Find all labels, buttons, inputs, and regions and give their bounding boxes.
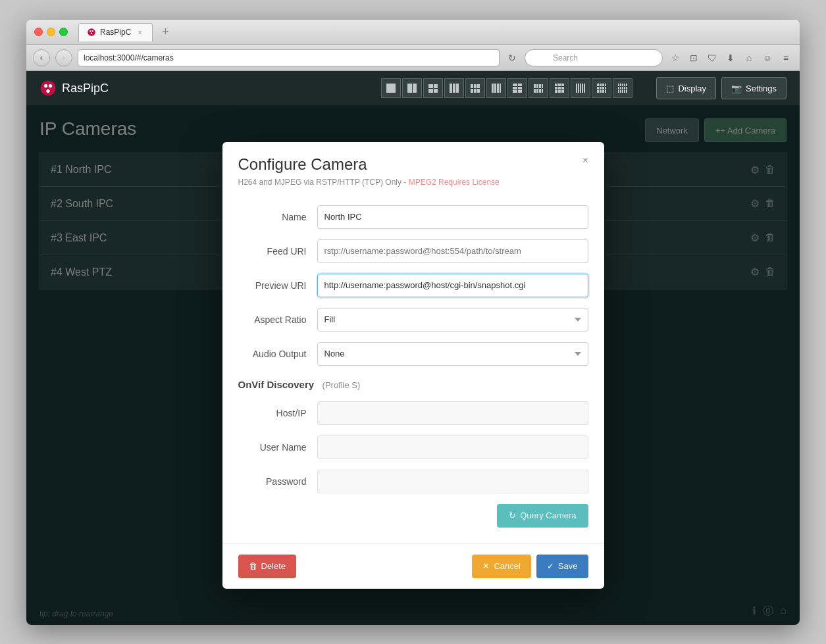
grid-3x2-icon[interactable] [465,78,485,98]
host-ip-field-group: Host/IP [238,401,588,425]
feed-uri-label: Feed URI [238,246,317,257]
tab-favicon [87,28,96,37]
settings-label: Settings [746,84,777,93]
close-window-button[interactable] [34,28,43,36]
cancel-icon: ✕ [482,561,490,571]
grid-1x2-icon[interactable] [402,78,422,98]
audio-output-field-group: Audio Output None Default HDMI Analog [238,342,588,366]
settings-button[interactable]: 📷 Settings [721,77,787,99]
user-name-input[interactable] [317,435,588,459]
host-ip-input[interactable] [317,401,588,425]
footer-right-buttons: ✕ Cancel ✓ Save [472,555,588,578]
maximize-window-button[interactable] [59,28,68,36]
feed-uri-input[interactable] [317,239,588,263]
user-name-label: User Name [238,442,317,453]
preview-uri-input[interactable] [317,274,588,297]
audio-output-select[interactable]: None Default HDMI Analog [317,342,588,366]
reload-button[interactable]: ↻ [505,51,519,65]
preview-uri-field-group: Preview URI [238,274,588,297]
shield-icon[interactable]: 🛡 [705,51,719,65]
audio-output-label: Audio Output [238,349,317,359]
url-text: localhost:3000/#/cameras [84,53,174,62]
refresh-icon: ↻ [509,510,516,520]
minimize-window-button[interactable] [47,28,55,36]
browser-tab[interactable]: RasPipC × [78,23,153,41]
onvif-subtitle: (Profile S) [323,380,361,390]
preview-uri-label: Preview URI [238,280,317,291]
modal-title: Configure Camera [238,155,588,174]
modal-subtitle: H264 and MJPEG via RSTP/HTTP (TCP) Only … [238,178,588,187]
app-title: RasPipC [62,82,109,95]
delete-button[interactable]: 🗑 Delete [238,555,297,578]
app-content: RasPipC [26,71,800,625]
delete-label: Delete [261,561,286,571]
grid-4x2-icon[interactable] [529,78,548,98]
grid-4col-icon[interactable] [486,78,506,98]
browser-titlebar: RasPipC × + [26,20,800,45]
svg-point-7 [46,89,49,93]
cancel-button[interactable]: ✕ Cancel [472,555,530,578]
grid-layout-icons [381,78,632,98]
modal-overlay: Configure Camera H264 and MJPEG via RSTP… [26,105,800,625]
onvif-section-header: OnVif Discovery (Profile S) [238,379,588,391]
host-ip-label: Host/IP [238,408,317,418]
app-header: RasPipC [26,71,800,105]
svg-point-6 [49,84,52,87]
browser-toolbar: ‹ › localhost:3000/#/cameras ↻ 🔍 Search … [26,45,800,71]
new-tab-button[interactable]: + [158,25,173,39]
aspect-ratio-label: Aspect Ratio [238,314,317,325]
modal-close-button[interactable]: × [578,153,594,168]
bookmarks-icon[interactable]: ☆ [668,51,683,65]
svg-point-1 [90,30,91,32]
grid-1x1-icon[interactable] [381,78,401,98]
home-icon[interactable]: ⌂ [742,51,756,65]
checkmark-icon: ✓ [547,561,554,571]
search-placeholder: Search [542,53,578,62]
password-input[interactable] [317,470,588,493]
query-camera-button[interactable]: ↻ Query Camera [497,504,588,528]
grid-4x3-icon[interactable] [592,78,611,98]
aspect-ratio-select[interactable]: Fill Fit 16:9 4:3 1:1 [317,308,588,332]
app-body: IP Cameras #1 North IPC ⚙ 🗑 #2 South IPC… [26,105,800,625]
aspect-ratio-field-group: Aspect Ratio Fill Fit 16:9 4:3 1:1 [238,308,588,332]
feed-uri-field-group: Feed URI [238,239,588,263]
modal-subtitle-text: H264 and MJPEG via RSTP/HTTP (TCP) Only … [238,178,407,187]
app-logo-icon [39,80,57,97]
svg-point-5 [44,84,47,87]
grid-3col-icon[interactable] [444,78,464,98]
grid-2x2-icon[interactable] [423,78,443,98]
menu-icon[interactable]: ≡ [779,51,793,65]
modal-footer: 🗑 Delete ✕ Cancel ✓ Save [222,543,604,589]
toolbar-icons: ☆ ⊡ 🛡 ⬇ ⌂ ☺ ≡ [668,51,793,65]
tab-close-button[interactable]: × [135,28,144,37]
reader-icon[interactable]: ⊡ [686,51,701,65]
modal-body: Name Feed URI Preview URI [222,195,604,543]
settings-icon: 📷 [731,84,742,93]
display-button[interactable]: ⬚ Display [656,77,716,99]
svg-point-4 [41,81,56,96]
modal-header: Configure Camera H264 and MJPEG via RSTP… [222,142,604,195]
download-icon[interactable]: ⬇ [723,51,738,65]
svg-point-0 [88,28,95,36]
grid-5x3-icon[interactable] [613,78,632,98]
query-camera-container: ↻ Query Camera [238,504,588,528]
share-icon[interactable]: ☺ [760,51,775,65]
configure-camera-modal: Configure Camera H264 and MJPEG via RSTP… [222,142,604,589]
grid-3x3-icon[interactable] [550,78,569,98]
query-camera-label: Query Camera [520,510,576,520]
forward-button[interactable]: › [55,49,72,66]
cancel-label: Cancel [494,561,520,571]
browser-search-bar[interactable]: Search [525,49,663,66]
trash-icon: 🗑 [249,561,257,571]
traffic-lights [34,28,68,36]
grid-2x3-icon[interactable] [507,78,527,98]
password-label: Password [238,476,317,487]
save-button[interactable]: ✓ Save [536,555,588,578]
grid-5col-icon[interactable] [571,78,590,98]
display-icon: ⬚ [666,84,674,93]
back-button[interactable]: ‹ [33,49,50,66]
user-name-field-group: User Name [238,435,588,459]
address-bar[interactable]: localhost:3000/#/cameras [78,49,500,66]
name-input[interactable] [317,205,588,229]
modal-license-text: MPEG2 Requires License [409,178,500,187]
